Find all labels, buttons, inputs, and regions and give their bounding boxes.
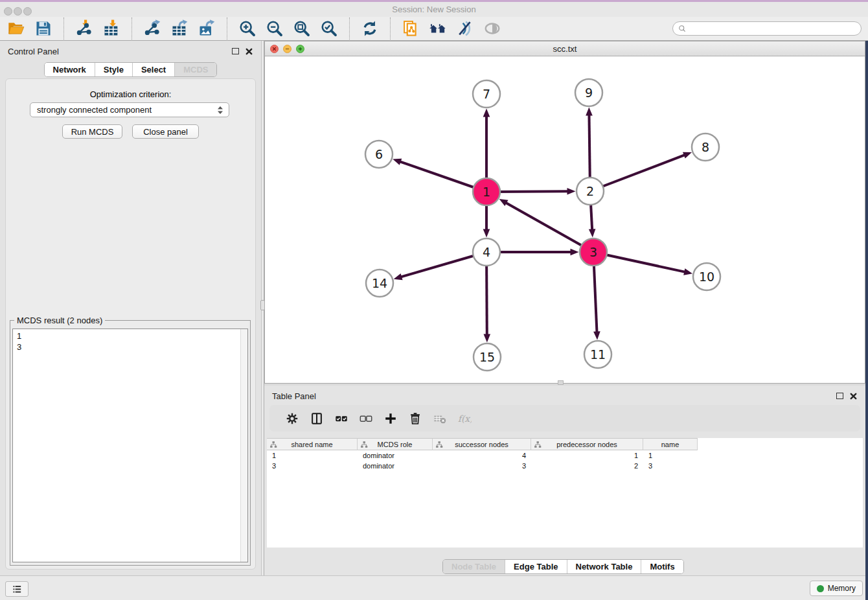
svg-text:f(x): f(x) (458, 413, 472, 423)
open-session-icon[interactable] (7, 19, 25, 38)
table-panel-float-icon[interactable] (836, 393, 843, 399)
window-close-button[interactable] (4, 7, 12, 16)
edge-arrowhead (393, 159, 402, 165)
tab-select[interactable]: Select (132, 63, 174, 76)
import-network-icon[interactable] (75, 19, 93, 38)
column-header-shared-name[interactable]: shared name (267, 438, 358, 450)
network-minimize-button[interactable] (283, 45, 291, 53)
criterion-dropdown[interactable]: strongly connected component (30, 102, 229, 117)
table-cell[interactable]: dominator (358, 452, 433, 459)
tab-network-table[interactable]: Network Table (567, 560, 641, 573)
session-title: Session: New Session (392, 5, 475, 14)
column-header-mcds-role[interactable]: MCDS role (358, 438, 433, 450)
table-panel-close-icon[interactable] (849, 392, 858, 400)
export-network-icon[interactable] (143, 19, 161, 38)
toolbar-separator (63, 17, 64, 40)
edge-2-8[interactable] (590, 155, 685, 191)
window-zoom-button[interactable] (23, 7, 32, 16)
node-label-4: 4 (483, 245, 490, 259)
mcds-result-textarea[interactable]: 13 (12, 329, 248, 562)
node-table-rows: 1dominator4113dominator323 (267, 450, 863, 471)
control-panel-title: Control Panel (8, 47, 59, 56)
toolbar-group (354, 19, 386, 38)
column-header-predecessor-nodes[interactable]: predecessor nodes (531, 438, 643, 450)
tab-motifs[interactable]: Motifs (641, 560, 683, 573)
export-image-icon[interactable] (198, 19, 216, 38)
control-panel: Control Panel NetworkStyleSelectMCDS Opt… (0, 41, 261, 575)
column-label: successor nodes (455, 441, 508, 448)
tab-network[interactable]: Network (45, 63, 95, 76)
import-table-icon[interactable] (102, 19, 120, 38)
edge-arrowhead (567, 188, 575, 195)
first-neighbors-icon[interactable] (429, 19, 447, 38)
node-label-15: 15 (479, 350, 495, 364)
memory-label: Memory (828, 584, 856, 593)
select-all-rows-icon[interactable] (334, 411, 348, 426)
control-panel-close-icon[interactable] (245, 47, 253, 56)
show-graphics-details-icon[interactable] (456, 19, 474, 38)
task-list-icon (12, 584, 23, 595)
edge-arrowhead (593, 331, 600, 340)
column-type-icon (435, 441, 443, 448)
save-session-icon[interactable] (34, 19, 52, 38)
search-box[interactable] (672, 21, 862, 36)
table-cell[interactable]: 3 (643, 462, 698, 470)
task-history-button[interactable] (5, 581, 29, 597)
zoom-in-icon[interactable] (238, 19, 257, 38)
table-mode-icon[interactable] (285, 411, 299, 426)
network-canvas[interactable]: 1234678910111415 (265, 56, 865, 383)
control-panel-float-icon[interactable] (232, 48, 239, 54)
edge-3-1[interactable] (505, 202, 593, 252)
horizontal-splitter-handle[interactable] (558, 380, 564, 385)
column-type-icon (534, 441, 542, 448)
delete-table-icon (433, 411, 447, 426)
table-cell[interactable]: 3 (433, 462, 531, 470)
memory-button[interactable]: Memory (810, 581, 863, 596)
toolbar-separator (349, 17, 350, 40)
zoom-out-icon[interactable] (266, 19, 284, 38)
network-close-button[interactable] (270, 45, 279, 53)
zoom-fit-icon[interactable] (293, 19, 311, 38)
table-cell[interactable]: 4 (433, 452, 531, 459)
column-header-name[interactable]: name (643, 438, 698, 450)
create-column-icon[interactable] (383, 411, 398, 426)
column-type-icon (269, 441, 277, 448)
toolbar-group (136, 19, 223, 38)
table-cell[interactable]: dominator (358, 462, 433, 470)
table-panel: Table Panel f(x) shared nameMCDS rolesuc… (264, 386, 865, 575)
table-row[interactable]: 1dominator411 (267, 450, 863, 461)
search-input[interactable] (687, 23, 856, 34)
column-label: MCDS role (378, 441, 413, 448)
table-cell[interactable]: 1 (531, 452, 643, 459)
export-table-icon[interactable] (170, 19, 188, 38)
main-titlebar[interactable]: Session: New Session (0, 2, 868, 17)
apply-layout-icon[interactable] (361, 19, 379, 38)
edge-arrowhead (683, 152, 692, 159)
column-label: name (661, 441, 680, 448)
mcds-result-scrollbar[interactable] (240, 329, 247, 562)
edge-arrowhead (394, 273, 403, 280)
node-label-2: 2 (586, 184, 594, 198)
deselect-all-rows-icon[interactable] (359, 411, 373, 426)
column-header-successor-nodes[interactable]: successor nodes (433, 438, 531, 450)
tab-style[interactable]: Style (95, 63, 132, 76)
tab-mcds[interactable]: MCDS (174, 63, 216, 76)
tab-edge-table[interactable]: Edge Table (505, 560, 566, 573)
zoom-selected-icon[interactable] (320, 19, 338, 38)
window-minimize-button[interactable] (14, 7, 22, 16)
network-window-titlebar[interactable]: scc.txt (265, 41, 865, 56)
run-mcds-button[interactable]: Run MCDS (62, 124, 122, 139)
close-panel-button[interactable]: Close panel (132, 124, 199, 139)
new-network-from-selection-icon[interactable] (402, 19, 420, 38)
table-cell[interactable]: 1 (643, 452, 698, 459)
table-row[interactable]: 3dominator323 (267, 461, 863, 471)
network-maximize-button[interactable] (296, 45, 304, 53)
show-columns-icon[interactable] (310, 411, 324, 426)
delete-columns-icon[interactable] (408, 411, 422, 426)
table-cell[interactable]: 1 (267, 452, 358, 459)
node-label-1: 1 (483, 185, 490, 199)
table-cell[interactable]: 2 (531, 462, 643, 470)
mcds-result-line: 1 (17, 330, 247, 341)
table-cell[interactable]: 3 (267, 462, 358, 470)
tab-node-table[interactable]: Node Table (443, 560, 505, 573)
